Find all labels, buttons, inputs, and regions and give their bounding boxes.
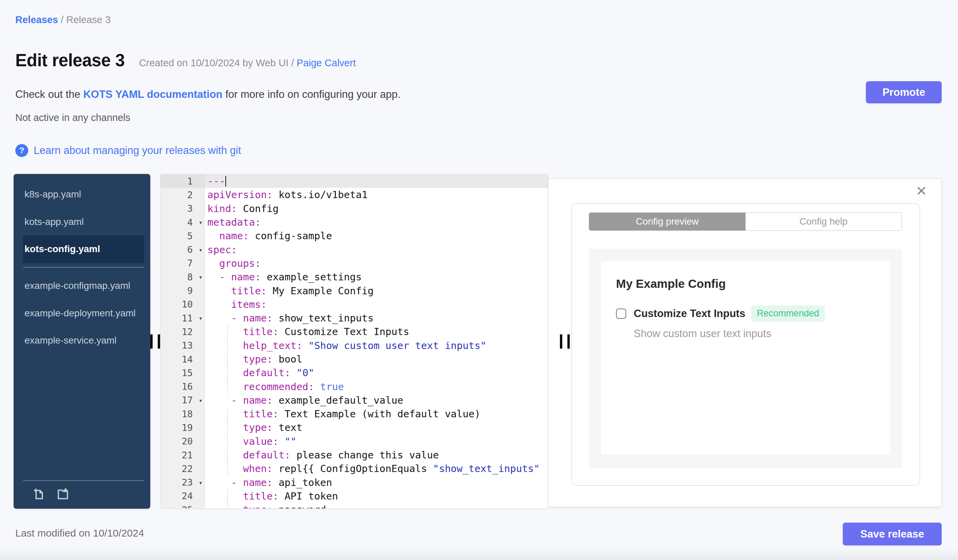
code-line-23: 23▾ - name: api_token	[160, 476, 548, 489]
breadcrumb-releases-link[interactable]: Releases	[15, 14, 58, 25]
promote-button[interactable]: Promote	[866, 81, 942, 103]
line-number: 10	[160, 298, 205, 311]
file-k8s-app.yaml[interactable]: k8s-app.yaml	[23, 181, 144, 208]
code-text: spec:	[205, 243, 548, 256]
config-group-title: My Example Config	[616, 277, 875, 291]
code-text: name: config-sample	[205, 229, 548, 243]
code-line-15: 15 default: "0"	[160, 366, 548, 380]
page-title: Edit release 3	[15, 50, 125, 70]
channel-status: Not active in any channels	[15, 112, 130, 123]
app-root: Releases / Release 3 Edit release 3 Crea…	[0, 0, 958, 560]
code-line-21: 21 default: please change this value	[160, 448, 548, 462]
line-number: 17▾	[160, 394, 205, 407]
workspace: k8s-app.yamlkots-app.yamlkots-config.yam…	[14, 174, 942, 509]
fold-toggle-icon[interactable]: ▾	[199, 273, 203, 281]
code-text: - name: show_text_inputs	[205, 311, 548, 325]
code-text: - name: example_settings	[205, 270, 548, 284]
file-list-kots: k8s-app.yamlkots-app.yamlkots-config.yam…	[14, 181, 150, 263]
code-area: 1---2apiVersion: kots.io/v1beta13kind: C…	[160, 174, 548, 509]
code-line-13: 13 help_text: "Show custom user text inp…	[160, 339, 548, 353]
sidebar-footer	[14, 476, 150, 509]
line-number: 11▾	[160, 311, 205, 325]
code-line-20: 20 value: ""	[160, 435, 548, 448]
preview-resize-handle[interactable]	[560, 334, 570, 349]
code-line-14: 14 type: bool	[160, 353, 548, 366]
fold-toggle-icon[interactable]: ▾	[199, 397, 203, 404]
code-text: groups:	[205, 256, 548, 270]
line-number: 8▾	[160, 270, 205, 284]
line-number: 25	[160, 503, 205, 509]
tab-config-preview[interactable]: Config preview	[589, 213, 745, 230]
tab-config-help[interactable]: Config help	[745, 213, 902, 230]
code-text: metadata:	[205, 215, 548, 229]
question-mark-icon: ?	[15, 144, 28, 157]
config-item-row: Customize Text Inputs Recommended	[616, 305, 875, 321]
code-text: default: "0"	[205, 366, 548, 380]
code-text: type: password	[205, 503, 548, 509]
add-folder-icon[interactable]	[55, 486, 71, 501]
code-line-8: 8▾ - name: example_settings	[160, 270, 548, 284]
code-text: type: text	[205, 421, 548, 434]
config-tabs: Config previewConfig help	[589, 212, 902, 231]
line-number: 6▾	[160, 243, 205, 256]
line-number: 22	[160, 462, 205, 475]
fold-toggle-icon[interactable]: ▾	[199, 479, 203, 486]
file-kots-config.yaml[interactable]: kots-config.yaml	[23, 236, 144, 263]
code-line-16: 16 recommended: true	[160, 380, 548, 393]
code-line-4: 4▾metadata:	[160, 215, 548, 229]
code-text: title: Text Example (with default value)	[205, 407, 548, 421]
bottom-shade	[0, 548, 958, 560]
sidebar-divider	[23, 267, 144, 267]
line-number: 3	[160, 202, 205, 215]
code-line-6: 6▾spec:	[160, 243, 548, 256]
line-number: 23▾	[160, 476, 205, 489]
config-preview-panel: ✕ Config previewConfig help My Example C…	[548, 179, 942, 507]
line-number: 4▾	[160, 215, 205, 229]
fold-toggle-icon[interactable]: ▾	[199, 218, 203, 226]
breadcrumb: Releases / Release 3	[15, 14, 111, 25]
save-release-button[interactable]: Save release	[843, 523, 942, 546]
sidebar-resize-handle[interactable]	[150, 334, 160, 349]
text-cursor	[225, 176, 226, 187]
line-number: 7	[160, 256, 205, 270]
git-releases-link[interactable]: Learn about managing your releases with …	[34, 144, 241, 157]
fold-toggle-icon[interactable]: ▾	[199, 246, 203, 253]
code-line-22: 22 when: repl{{ ConfigOptionEquals "show…	[160, 462, 548, 475]
line-number: 12	[160, 325, 205, 339]
line-number: 2	[160, 188, 205, 201]
line-number: 19	[160, 421, 205, 434]
line-number: 13	[160, 339, 205, 353]
file-example-deployment.yaml[interactable]: example-deployment.yaml	[23, 300, 144, 327]
code-text: kind: Config	[205, 202, 548, 215]
config-card: My Example Config Customize Text Inputs …	[601, 261, 890, 454]
line-number: 16	[160, 380, 205, 393]
code-line-12: 12 title: Customize Text Inputs	[160, 325, 548, 339]
file-example-service.yaml[interactable]: example-service.yaml	[23, 327, 144, 354]
close-icon[interactable]: ✕	[915, 184, 927, 198]
file-example-configmap.yaml[interactable]: example-configmap.yaml	[23, 272, 144, 300]
sidebar-footer-divider	[23, 481, 144, 481]
yaml-editor[interactable]: 1---2apiVersion: kots.io/v1beta13kind: C…	[160, 174, 548, 509]
code-text: title: API token	[205, 489, 548, 503]
config-help-text: Show custom user text inputs	[634, 327, 875, 340]
line-number: 18	[160, 407, 205, 421]
fold-toggle-icon[interactable]: ▾	[199, 314, 203, 322]
customize-text-inputs-checkbox[interactable]	[616, 308, 626, 319]
config-preview-area: My Example Config Customize Text Inputs …	[589, 249, 902, 468]
code-text: items:	[205, 298, 548, 311]
code-line-25: 25 type: password	[160, 503, 548, 509]
code-line-24: 24 title: API token	[160, 489, 548, 503]
code-line-19: 19 type: text	[160, 421, 548, 434]
add-file-icon[interactable]	[30, 486, 46, 501]
code-text: type: bool	[205, 353, 548, 366]
author-link[interactable]: Paige Calvert	[297, 57, 356, 68]
code-line-9: 9 title: My Example Config	[160, 284, 548, 297]
code-line-18: 18 title: Text Example (with default val…	[160, 407, 548, 421]
code-line-11: 11▾ - name: show_text_inputs	[160, 311, 548, 325]
kots-yaml-docs-link[interactable]: KOTS YAML documentation	[83, 89, 222, 100]
code-line-1: 1---	[160, 174, 548, 188]
code-line-2: 2apiVersion: kots.io/v1beta1	[160, 188, 548, 201]
config-item-title: Customize Text Inputs	[634, 307, 745, 320]
file-kots-app.yaml[interactable]: kots-app.yaml	[23, 208, 144, 236]
git-help-row: ? Learn about managing your releases wit…	[15, 144, 241, 157]
